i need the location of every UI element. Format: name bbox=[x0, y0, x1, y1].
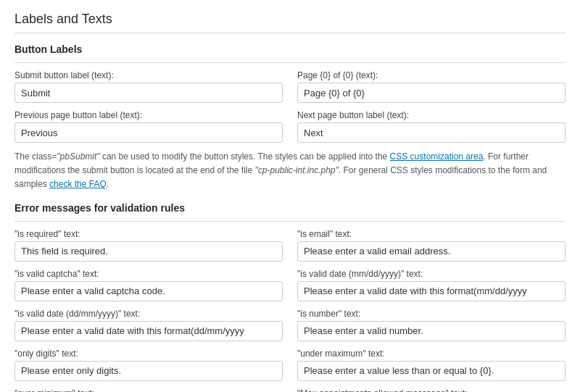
over-minimum-label: "over minimum" text: bbox=[14, 388, 283, 392]
only-digits-label: "only digits" text: bbox=[14, 349, 283, 359]
is-number-input[interactable] bbox=[297, 321, 566, 341]
is-number-col: "is number" text: bbox=[297, 309, 566, 341]
is-required-input[interactable] bbox=[14, 241, 283, 262]
next-label-text: Next page button label (text): bbox=[297, 110, 566, 120]
under-maximum-label: "under maximum" text: bbox=[297, 349, 566, 359]
button-labels-row-2: Previous page button label (text): Next … bbox=[14, 110, 566, 143]
divider-1 bbox=[14, 62, 566, 63]
is-valid-date-mdy-col: "is valid date (mm/dd/yyyy)" text: bbox=[297, 269, 566, 301]
is-required-col: "is required" text: bbox=[14, 229, 283, 262]
page-of-col: Page {0} of {0} (text): bbox=[297, 70, 566, 103]
next-input[interactable] bbox=[297, 122, 566, 143]
error-row-2: "is valid captcha" text: "is valid date … bbox=[14, 269, 566, 301]
divider-2 bbox=[14, 221, 566, 222]
is-valid-date-mdy-input[interactable] bbox=[297, 281, 566, 301]
max-appointments-col: "Max appointments allowed messsage" text… bbox=[297, 388, 566, 392]
is-email-input[interactable] bbox=[297, 241, 566, 262]
is-email-col: "is email" text: bbox=[297, 229, 566, 262]
css-customization-link[interactable]: CSS customization area bbox=[390, 151, 484, 162]
info-text: The class="pbSubmit" can be used to modi… bbox=[14, 150, 566, 192]
prev-label-col: Previous page button label (text): bbox=[14, 110, 283, 143]
is-valid-captcha-col: "is valid captcha" text: bbox=[14, 269, 283, 301]
next-label-col: Next page button label (text): bbox=[297, 110, 566, 143]
error-messages-heading: Error messages for validation rules bbox=[14, 202, 566, 214]
page-of-label-text: Page {0} of {0} (text): bbox=[297, 70, 566, 80]
is-email-label: "is email" text: bbox=[297, 229, 566, 239]
only-digits-col: "only digits" text: bbox=[14, 349, 283, 381]
page-title: Labels and Texts bbox=[14, 12, 566, 33]
error-row-4: "only digits" text: "under maximum" text… bbox=[14, 349, 566, 381]
page-of-input[interactable] bbox=[297, 83, 566, 103]
is-valid-date-dmy-input[interactable] bbox=[14, 321, 283, 341]
is-valid-date-dmy-label: "is valid date (dd/mm/yyyy)" text: bbox=[14, 309, 283, 319]
over-minimum-col: "over minimum" text: bbox=[14, 388, 283, 392]
under-maximum-col: "under maximum" text: bbox=[297, 349, 566, 381]
prev-label-text: Previous page button label (text): bbox=[14, 110, 283, 120]
submit-label-col: Submit button label (text): bbox=[14, 70, 283, 103]
error-row-5: "over minimum" text: "Max appointments a… bbox=[14, 388, 566, 392]
is-valid-captcha-input[interactable] bbox=[14, 281, 283, 301]
prev-input[interactable] bbox=[14, 122, 283, 143]
submit-label-text: Submit button label (text): bbox=[14, 70, 283, 80]
is-valid-date-mdy-label: "is valid date (mm/dd/yyyy)" text: bbox=[297, 269, 566, 279]
error-row-3: "is valid date (dd/mm/yyyy)" text: "is n… bbox=[14, 309, 566, 341]
button-labels-heading: Button Labels bbox=[14, 43, 566, 55]
only-digits-input[interactable] bbox=[14, 361, 283, 381]
error-row-1: "is required" text: "is email" text: bbox=[14, 229, 566, 262]
submit-input[interactable] bbox=[14, 83, 283, 103]
faq-link[interactable]: check the FAQ bbox=[49, 179, 107, 189]
button-labels-row-1: Submit button label (text): Page {0} of … bbox=[14, 70, 566, 103]
is-valid-date-dmy-col: "is valid date (dd/mm/yyyy)" text: bbox=[14, 309, 283, 341]
max-appointments-label: "Max appointments allowed messsage" text… bbox=[297, 388, 566, 392]
under-maximum-input[interactable] bbox=[297, 361, 566, 381]
is-number-label: "is number" text: bbox=[297, 309, 566, 319]
is-valid-captcha-label: "is valid captcha" text: bbox=[14, 269, 283, 279]
is-required-label: "is required" text: bbox=[14, 229, 283, 239]
